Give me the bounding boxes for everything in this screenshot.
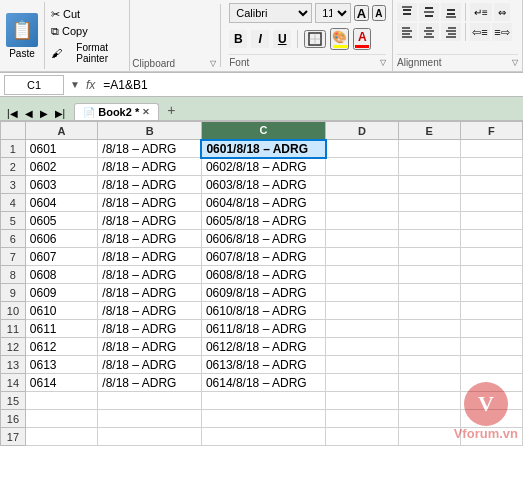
cell-9-c[interactable]: 0609/8/18 – ADRG [201,284,325,302]
cell-13-c[interactable]: 0613/8/18 – ADRG [201,356,325,374]
cell-11-e[interactable] [398,320,460,338]
cell-16-e[interactable] [398,410,460,428]
cell-1-e[interactable] [398,140,460,158]
cell-16-b[interactable] [98,410,202,428]
cell-7-b[interactable]: /8/18 – ADRG [98,248,202,266]
increase-font-button[interactable]: A [354,5,368,21]
cell-14-b[interactable]: /8/18 – ADRG [98,374,202,392]
cell-8-d[interactable] [326,266,399,284]
font-family-select[interactable]: Calibri [229,3,312,23]
cell-4-e[interactable] [398,194,460,212]
cell-10-d[interactable] [326,302,399,320]
cell-17-d[interactable] [326,428,399,446]
cell-8-a[interactable]: 0608 [25,266,98,284]
cell-13-f[interactable] [460,356,522,374]
cell-2-d[interactable] [326,158,399,176]
tab-first-icon[interactable]: |◀ [4,107,21,120]
cell-12-c[interactable]: 0612/8/18 – ADRG [201,338,325,356]
col-header-d[interactable]: D [326,122,399,140]
cell-7-f[interactable] [460,248,522,266]
cell-15-d[interactable] [326,392,399,410]
increase-indent-button[interactable]: ≡⇨ [492,23,512,41]
italic-button[interactable]: I [251,30,269,48]
cell-2-e[interactable] [398,158,460,176]
cell-1-b[interactable]: /8/18 – ADRG [98,140,202,158]
font-color-button[interactable]: A [353,28,371,50]
wrap-text-button[interactable]: ↵≡ [470,3,492,21]
cell-2-a[interactable]: 0602 [25,158,98,176]
align-left-button[interactable] [397,23,417,41]
merge-center-button[interactable]: ⇔ [494,3,510,21]
cell-4-d[interactable] [326,194,399,212]
underline-button[interactable]: U [273,30,291,48]
cell-9-d[interactable] [326,284,399,302]
cut-button[interactable]: ✂ Cut [49,7,121,22]
cell-10-c[interactable]: 0610/8/18 – ADRG [201,302,325,320]
font-size-select[interactable]: 11 [315,3,351,23]
cell-16-c[interactable] [201,410,325,428]
cell-9-f[interactable] [460,284,522,302]
formula-bar-expand-icon[interactable]: ▼ [68,79,82,90]
cell-2-c[interactable]: 0602/8/18 – ADRG [201,158,325,176]
cell-1-d[interactable] [326,140,399,158]
tab-close-icon[interactable]: ✕ [142,107,150,117]
cell-5-f[interactable] [460,212,522,230]
align-top-button[interactable] [397,3,417,21]
cell-8-e[interactable] [398,266,460,284]
decrease-indent-button[interactable]: ⇦≡ [470,23,490,41]
cell-11-b[interactable]: /8/18 – ADRG [98,320,202,338]
cell-5-d[interactable] [326,212,399,230]
cell-15-e[interactable] [398,392,460,410]
tab-next-icon[interactable]: ▶ [37,107,51,120]
cell-8-c[interactable]: 0608/8/18 – ADRG [201,266,325,284]
tab-last-icon[interactable]: ▶| [52,107,69,120]
cell-10-f[interactable] [460,302,522,320]
cell-6-e[interactable] [398,230,460,248]
align-center-button[interactable] [419,23,439,41]
cell-12-e[interactable] [398,338,460,356]
formula-input[interactable] [99,75,519,95]
cell-1-c[interactable]: 0601/8/18 – ADRG [201,140,325,158]
sheet-tab-book2[interactable]: 📄 Book2 * ✕ [74,103,159,120]
cell-11-f[interactable] [460,320,522,338]
cell-5-e[interactable] [398,212,460,230]
cell-3-c[interactable]: 0603/8/18 – ADRG [201,176,325,194]
cell-12-f[interactable] [460,338,522,356]
cell-6-b[interactable]: /8/18 – ADRG [98,230,202,248]
cell-11-c[interactable]: 0611/8/18 – ADRG [201,320,325,338]
cell-10-e[interactable] [398,302,460,320]
cell-2-f[interactable] [460,158,522,176]
cell-4-f[interactable] [460,194,522,212]
paste-button[interactable]: 📋 Paste [6,13,38,59]
borders-button[interactable] [304,30,326,48]
cell-13-a[interactable]: 0613 [25,356,98,374]
cell-1-f[interactable] [460,140,522,158]
cell-5-a[interactable]: 0605 [25,212,98,230]
cell-9-e[interactable] [398,284,460,302]
cell-3-f[interactable] [460,176,522,194]
decrease-font-button[interactable]: A [372,5,386,21]
col-header-f[interactable]: F [460,122,522,140]
cell-13-d[interactable] [326,356,399,374]
cell-reference-input[interactable] [4,75,64,95]
cell-15-a[interactable] [25,392,98,410]
cell-17-b[interactable] [98,428,202,446]
cell-9-a[interactable]: 0609 [25,284,98,302]
cell-13-e[interactable] [398,356,460,374]
cell-6-d[interactable] [326,230,399,248]
cell-17-e[interactable] [398,428,460,446]
col-header-e[interactable]: E [398,122,460,140]
cell-5-c[interactable]: 0605/8/18 – ADRG [201,212,325,230]
tab-prev-icon[interactable]: ◀ [22,107,36,120]
cell-8-b[interactable]: /8/18 – ADRG [98,266,202,284]
cell-14-c[interactable]: 0614/8/18 – ADRG [201,374,325,392]
cell-15-c[interactable] [201,392,325,410]
cell-1-a[interactable]: 0601 [25,140,98,158]
cell-12-a[interactable]: 0612 [25,338,98,356]
cell-10-b[interactable]: /8/18 – ADRG [98,302,202,320]
cell-7-e[interactable] [398,248,460,266]
cell-16-d[interactable] [326,410,399,428]
cell-11-d[interactable] [326,320,399,338]
col-header-c[interactable]: C [201,122,325,140]
cell-11-a[interactable]: 0611 [25,320,98,338]
